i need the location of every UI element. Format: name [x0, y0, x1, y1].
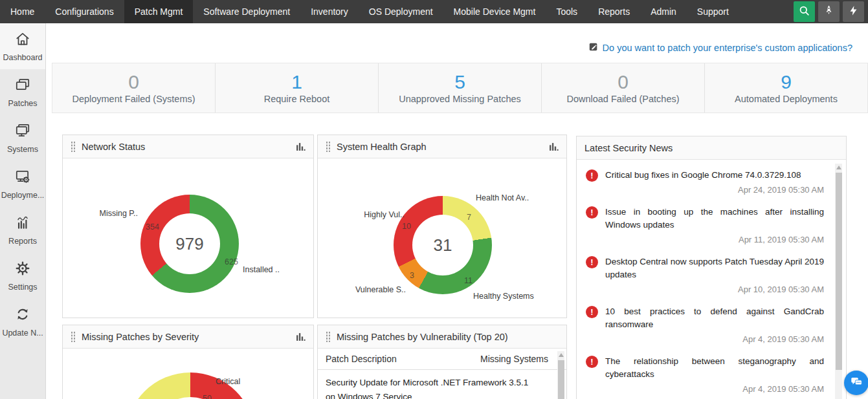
- news-item: ! 10 best practices to defend against Ga…: [577, 305, 846, 344]
- nav-item-inventory[interactable]: Inventory: [300, 0, 359, 23]
- quick-actions-button[interactable]: [843, 1, 864, 22]
- panel-title: Missing Patches by Vulnerability (Top 20…: [337, 332, 508, 342]
- stat-unapproved-missing[interactable]: 5 Unapproved Missing Patches: [379, 63, 542, 113]
- table-row[interactable]: Security Update for Microsoft .NET Frame…: [318, 370, 566, 399]
- drag-handle-icon[interactable]: [326, 331, 331, 342]
- drag-handle-icon[interactable]: [71, 141, 76, 152]
- sidebar-item-patches[interactable]: Patches: [0, 69, 45, 115]
- chart-type-icon[interactable]: [549, 142, 559, 151]
- drag-handle-icon[interactable]: [71, 331, 76, 342]
- scroll-up-icon[interactable]: [836, 166, 841, 169]
- chat-icon: [849, 374, 863, 391]
- sidebar-item-reports[interactable]: Reports: [0, 207, 45, 253]
- chat-button[interactable]: [844, 371, 868, 395]
- left-sidebar: Dashboard Patches Systems: [0, 23, 46, 399]
- slice-label-highly-vulnerable: Highly Vul..: [323, 210, 405, 219]
- slice-value-vulnerable: 3: [410, 271, 414, 280]
- launch-button[interactable]: [818, 1, 840, 22]
- sidebar-item-settings[interactable]: Settings: [0, 253, 45, 299]
- search-icon: [798, 5, 810, 19]
- stat-deployment-failed[interactable]: 0 Deployment Failed (Systems): [52, 63, 216, 113]
- stat-download-failed[interactable]: 0 Download Failed (Patches): [542, 63, 705, 113]
- nav-item-support[interactable]: Support: [687, 0, 739, 23]
- slice-label-health-not-available: Health Not Av..: [476, 193, 529, 202]
- slice-label-healthy: Healthy Systems: [473, 292, 534, 301]
- search-button[interactable]: [794, 1, 815, 22]
- edit-note-icon: [588, 41, 599, 54]
- nav-item-software-deployment[interactable]: Software Deployment: [193, 0, 300, 23]
- news-title[interactable]: Critical bug fixes in Google Chrome 74.0…: [605, 169, 824, 182]
- severity-chart: Critical 50: [63, 349, 313, 399]
- sidebar-item-dashboard[interactable]: Dashboard: [0, 23, 45, 69]
- stat-automated-deployments[interactable]: 9 Automated Deployments: [705, 63, 867, 113]
- home-icon: [14, 30, 31, 50]
- vulnerability-panel: Missing Patches by Vulnerability (Top 20…: [317, 325, 567, 399]
- sidebar-item-label: Reports: [8, 237, 37, 246]
- panel-title: Missing Patches by Severity: [82, 332, 199, 342]
- news-item: ! Critical bug fixes in Google Chrome 74…: [577, 169, 846, 195]
- severity-panel: Missing Patches by Severity Critical 50: [62, 325, 314, 399]
- stat-label: Automated Deployments: [735, 94, 838, 104]
- column-header-patch-description: Patch Description: [326, 354, 397, 364]
- alert-icon: !: [586, 256, 598, 268]
- chart-type-icon[interactable]: [296, 142, 306, 151]
- news-title[interactable]: Desktop Central now supports Patch Tuesd…: [605, 255, 824, 281]
- scrollbar-thumb[interactable]: [558, 360, 564, 399]
- slice-value-missing: 354: [146, 222, 159, 232]
- sidebar-item-label: Deployme...: [1, 191, 45, 200]
- stat-value: 0: [128, 72, 139, 92]
- stat-value: 5: [454, 72, 465, 92]
- system-health-donut[interactable]: 31: [394, 196, 492, 294]
- vulnerability-scrollbar[interactable]: [557, 351, 564, 399]
- vulnerability-table: Patch Description Missing Systems Securi…: [318, 349, 566, 399]
- slice-value-highly-vulnerable: 10: [402, 222, 411, 231]
- panel-header: Missing Patches by Vulnerability (Top 20…: [318, 325, 566, 349]
- nav-item-admin[interactable]: Admin: [640, 0, 687, 23]
- sidebar-item-systems[interactable]: Systems: [0, 115, 45, 161]
- nav-item-configurations[interactable]: Configurations: [45, 0, 124, 23]
- nav-item-tools[interactable]: Tools: [546, 0, 588, 23]
- news-date: Apr 4, 2019 05:30 AM: [605, 334, 824, 344]
- refresh-icon: [14, 306, 31, 325]
- network-status-chart: 979 Missing P.. 354 625 Installed ..: [63, 158, 313, 318]
- chart-type-icon[interactable]: [296, 332, 306, 341]
- news-title[interactable]: 10 best practices to defend against Gand…: [605, 305, 824, 331]
- patches-icon: [14, 76, 31, 96]
- slice-label-installed: Installed ..: [243, 265, 280, 274]
- news-title[interactable]: Issue in booting up the machines after i…: [605, 206, 824, 232]
- donut-total: 31: [394, 196, 492, 294]
- nav-item-reports[interactable]: Reports: [588, 0, 640, 23]
- table-header-row: Patch Description Missing Systems: [318, 349, 566, 370]
- panel-title: Network Status: [82, 142, 145, 152]
- nav-item-home[interactable]: Home: [0, 0, 45, 23]
- lightning-icon: [847, 5, 860, 19]
- alert-icon: !: [586, 206, 598, 219]
- nav-item-patch-mgmt[interactable]: Patch Mgmt: [124, 0, 194, 23]
- navbar-actions: [794, 0, 868, 23]
- custom-apps-banner-link[interactable]: Do you want to patch your enterprise's c…: [588, 41, 852, 54]
- stat-require-reboot[interactable]: 1 Require Reboot: [216, 63, 379, 113]
- news-title[interactable]: The relationship between steganography a…: [605, 355, 824, 381]
- banner-link-text: Do you want to patch your enterprise's c…: [603, 43, 852, 53]
- sidebar-item-update[interactable]: Update N...: [0, 299, 45, 345]
- scrollbar-thumb[interactable]: [836, 173, 842, 370]
- stat-value: 0: [618, 72, 629, 92]
- drag-handle-icon[interactable]: [326, 141, 331, 152]
- summary-stats-bar: 0 Deployment Failed (Systems) 1 Require …: [52, 63, 868, 113]
- system-health-panel: System Health Graph 31 Health Not Av.. 7…: [317, 135, 567, 318]
- sidebar-item-deployment[interactable]: Deployme...: [0, 161, 45, 207]
- nav-item-os-deployment[interactable]: OS Deployment: [359, 0, 443, 23]
- security-news-list: ! Critical bug fixes in Google Chrome 74…: [577, 160, 846, 399]
- news-date: Apr 10, 2019 05:30 AM: [605, 285, 824, 294]
- stat-value: 1: [291, 72, 302, 92]
- panel-header: Latest Security News: [577, 136, 846, 160]
- news-scrollbar[interactable]: [835, 164, 842, 399]
- stat-label: Require Reboot: [264, 94, 330, 104]
- security-news-panel: Latest Security News ! Critical bug fixe…: [576, 136, 847, 399]
- nav-item-mobile-device-mgmt[interactable]: Mobile Device Mgmt: [443, 0, 546, 23]
- news-item: ! Desktop Central now supports Patch Tue…: [577, 255, 846, 294]
- scroll-up-icon[interactable]: [559, 353, 564, 357]
- sidebar-item-label: Dashboard: [3, 53, 42, 62]
- network-status-donut[interactable]: 979: [140, 195, 239, 293]
- stat-label: Download Failed (Patches): [566, 94, 679, 104]
